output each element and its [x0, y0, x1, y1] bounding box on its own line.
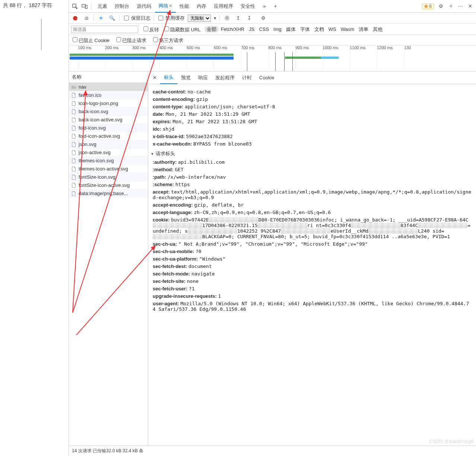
download-icon[interactable]: ↧ [245, 14, 253, 22]
tab-add[interactable]: + [270, 0, 281, 13]
header-key: sec-fetch-dest: [153, 264, 187, 269]
throttle-select[interactable]: 无限制 [188, 15, 211, 22]
filter-type-CSS[interactable]: CSS [257, 26, 271, 32]
more-icon[interactable]: ⋯ [456, 2, 465, 11]
network-content: 名称 navfavicon.icoicon-logo-json.pngback-… [69, 71, 476, 446]
chevron-down-icon: ▼ [150, 152, 154, 156]
close-tab-icon[interactable]: × [169, 3, 172, 9]
detail-tab-Cookie[interactable]: Cookie [256, 71, 278, 84]
tab-控制台[interactable]: 控制台 [111, 0, 133, 13]
record-button[interactable] [71, 14, 79, 22]
request-list-header[interactable]: 名称 [69, 71, 148, 83]
header-value: application/json; charset=utf-8 [185, 104, 275, 109]
preserve-log-checkbox[interactable]: 保留日志 [123, 15, 150, 22]
header-row: x-cache-webcdn: BYPASS from blzone03 [153, 141, 472, 147]
upload-icon[interactable]: ↥ [234, 14, 242, 22]
wifi-icon[interactable]: ⦿ [223, 14, 231, 22]
disable-cache-checkbox[interactable]: 禁用缓存 [157, 15, 185, 22]
header-value: api.bilibili.com [178, 159, 225, 165]
detail-tab-响应[interactable]: 响应 [194, 71, 212, 84]
blocked-requests-checkbox[interactable]: 已阻止请求 [115, 36, 146, 44]
close-devtools-icon[interactable]: ✕ [466, 2, 475, 11]
tab-overflow[interactable]: » [260, 0, 270, 13]
request-row[interactable]: data:image/png;base... [69, 189, 148, 198]
request-headers-section[interactable]: ▼请求标头 [150, 150, 472, 157]
gear-icon[interactable]: ⚙ [437, 2, 445, 11]
tab-内存[interactable]: 内存 [193, 0, 210, 13]
blocked-cookies-checkbox[interactable]: 已阻止 Cookie [71, 36, 110, 44]
detail-tab-标头[interactable]: 标头 [160, 71, 177, 84]
filter-type-其他[interactable]: 其他 [371, 26, 385, 32]
tab-性能[interactable]: 性能 [176, 0, 193, 13]
request-row[interactable]: json-active.svg [69, 149, 148, 157]
filter-type-Wasm[interactable]: Wasm [339, 26, 356, 32]
device-toggle-icon[interactable] [80, 2, 89, 11]
header-value: ?0 [196, 249, 201, 254]
filter-type-媒体[interactable]: 媒体 [284, 26, 298, 32]
close-detail-icon[interactable]: ✕ [150, 75, 159, 80]
header-value: "Windows" [199, 256, 225, 262]
issues-badge[interactable]: 6 [422, 3, 434, 9]
timeline-tick: 500 ms [187, 45, 200, 50]
header-key: idc: [153, 126, 161, 132]
detail-tab-发起程序[interactable]: 发起程序 [212, 71, 238, 84]
filter-type-WS[interactable]: WS [326, 26, 339, 32]
request-row[interactable]: nav [69, 83, 148, 91]
filter-type-文档[interactable]: 文档 [312, 26, 326, 32]
devtools-tabbar: 元素控制台源代码网络×性能内存应用程序安全性 » + 6 ⚙ ✧ ⋯ ✕ [69, 0, 476, 13]
detail-tab-预览[interactable]: 预览 [177, 71, 194, 84]
header-key: expires: [153, 119, 171, 124]
header-row: accept: text/html,application/xhtml+xml,… [153, 189, 472, 200]
header-key: :path: [153, 174, 166, 180]
invert-checkbox[interactable]: 反转 [142, 25, 159, 33]
tab-元素[interactable]: 元素 [94, 0, 111, 13]
network-settings-icon[interactable]: ⚙ [259, 14, 267, 22]
filter-type-清单[interactable]: 清单 [356, 26, 371, 32]
clear-icon[interactable]: ⊘ [82, 14, 91, 22]
editor-status: 共 88 行， 1827 字符 [0, 0, 69, 11]
request-row[interactable]: icon-logo-json.png [69, 99, 148, 108]
filter-input[interactable] [71, 26, 138, 33]
detail-tab-计时[interactable]: 计时 [238, 71, 256, 84]
third-party-checkbox[interactable]: 第三方请求 [152, 36, 183, 44]
feedback-icon[interactable]: ✧ [446, 2, 455, 11]
filter-type-全部[interactable]: 全部 [204, 26, 219, 32]
header-key: sec-fetch-site: [153, 278, 185, 284]
request-name: fold-icon.svg [79, 125, 106, 131]
request-row[interactable]: themes-icon-active.svg [69, 165, 148, 173]
request-row[interactable]: themes-icon.svg [69, 157, 148, 165]
search-icon[interactable]: 🔍 [108, 14, 116, 22]
tab-网络[interactable]: 网络× [155, 0, 176, 13]
filter-type-Img[interactable]: Img [271, 26, 284, 32]
inspect-icon[interactable] [70, 2, 79, 11]
request-row[interactable]: favicon.ico [69, 91, 148, 99]
request-row[interactable]: back-icon.svg [69, 108, 148, 116]
svg-rect-2 [85, 5, 87, 9]
request-row[interactable]: json.svg [69, 140, 148, 149]
request-row[interactable]: fontSize-icon.svg [69, 173, 148, 181]
header-row: user-agent: Mozilla/5.0 (Windows NT 10.0… [153, 301, 472, 312]
network-timeline[interactable]: 100 ms200 ms300 ms400 ms500 ms600 ms700 … [69, 45, 476, 71]
filter-toggle-icon[interactable]: ≡ [97, 14, 105, 22]
detail-body[interactable]: cache-control: no-cachecontent-encoding:… [148, 84, 476, 446]
filter-type-字体[interactable]: 字体 [298, 26, 312, 32]
request-row[interactable]: back-icon-active.svg [69, 116, 148, 124]
svg-rect-1 [82, 4, 85, 7]
header-row: :scheme: https [153, 182, 472, 187]
chevron-down-icon[interactable]: ▾ [214, 15, 216, 21]
request-row[interactable]: fold-icon-active.svg [69, 132, 148, 140]
hide-data-url-checkbox[interactable]: 隐藏数据 URL [163, 25, 201, 33]
filter-type-JS[interactable]: JS [247, 26, 257, 32]
filter-type-Fetch/XHR[interactable]: Fetch/XHR [219, 26, 247, 32]
request-name: fontSize-icon.svg [79, 174, 115, 180]
tab-源代码[interactable]: 源代码 [133, 0, 155, 13]
timeline-tick: 1200 ms [377, 45, 393, 50]
request-row[interactable]: fontSize-icon-active.svg [69, 181, 148, 189]
tab-应用程序[interactable]: 应用程序 [210, 0, 237, 13]
request-row[interactable]: fold-icon.svg [69, 124, 148, 132]
header-value: Mon, 21 Mar 2022 13:51:29 GMT [166, 111, 250, 117]
tab-安全性[interactable]: 安全性 [237, 0, 259, 13]
header-key: cookie: [153, 217, 170, 223]
watermark: CSDN @xiao6ming6 [429, 439, 474, 444]
header-key: :scheme: [153, 182, 174, 187]
